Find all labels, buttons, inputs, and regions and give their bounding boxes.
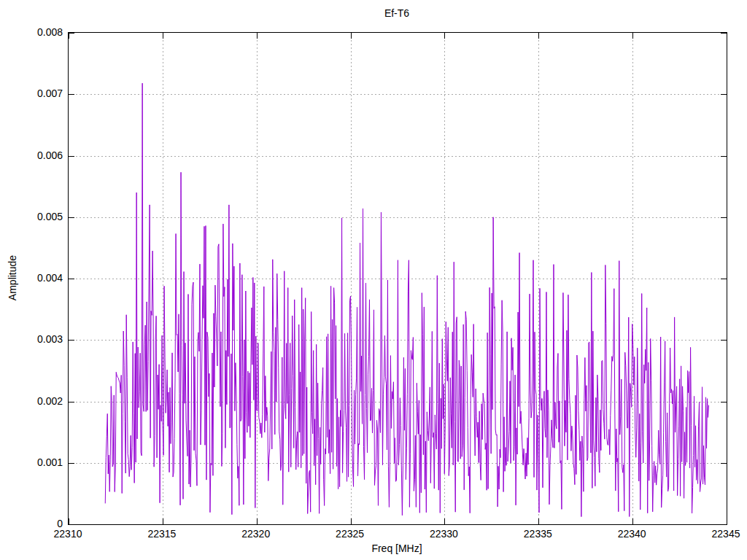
spectrum-canvas bbox=[69, 33, 727, 524]
x-tick-label: 22345 bbox=[712, 528, 740, 540]
x-tick-label: 22325 bbox=[336, 528, 364, 540]
y-tick-label: 0.006 bbox=[0, 149, 63, 161]
y-tick-label: 0.003 bbox=[0, 333, 63, 345]
y-tick-label: 0.004 bbox=[0, 272, 63, 284]
x-axis-label: Freq [MHz] bbox=[68, 542, 726, 554]
x-tick-label: 22330 bbox=[430, 528, 458, 540]
y-tick-label: 0.001 bbox=[0, 456, 63, 468]
x-tick-label: 22320 bbox=[241, 528, 270, 540]
y-tick-label: 0.002 bbox=[0, 395, 63, 407]
y-tick-label: 0.005 bbox=[0, 211, 63, 222]
chart-title: Ef-T6 bbox=[68, 7, 726, 19]
x-tick-label: 22315 bbox=[147, 528, 176, 540]
x-tick-label: 22340 bbox=[618, 528, 646, 540]
y-tick-label: 0.008 bbox=[0, 26, 63, 38]
plot-area bbox=[68, 32, 727, 525]
x-tick-label: 22335 bbox=[524, 528, 552, 540]
x-tick-label: 22310 bbox=[54, 528, 82, 540]
y-tick-label: 0.007 bbox=[0, 88, 63, 99]
figure: Ef-T6 Amplitude 00.0010.0020.0030.0040.0… bbox=[0, 0, 747, 560]
